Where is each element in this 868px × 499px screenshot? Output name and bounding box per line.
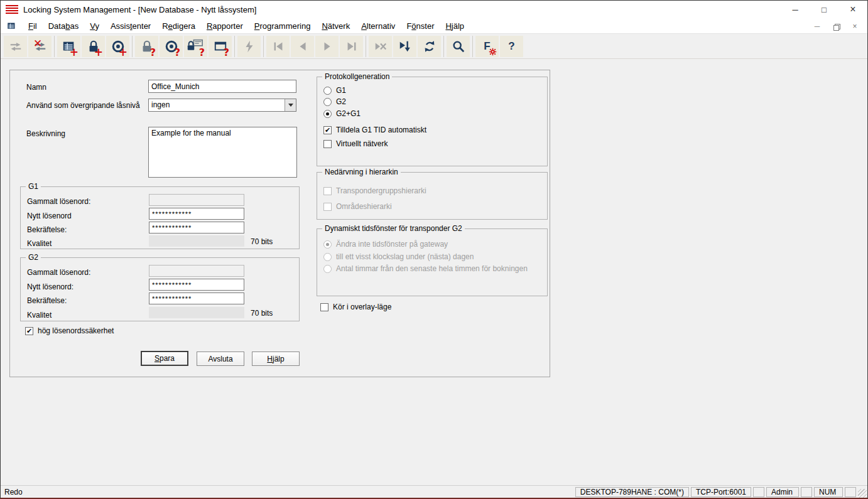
status-empty-2 [801,487,812,497]
mdi-document-icon [6,21,18,31]
assign-g1-tid-checkbox[interactable]: ✔Tilldela G1 TID automatiskt [323,126,426,134]
workspace: Namn Använd som övergripande låsnivå ing… [1,59,867,487]
restore-icon [833,24,839,30]
menu-assistenter[interactable]: Assistenter [105,19,156,33]
overarching-level-value: ingen [149,99,285,111]
minimize-button[interactable]: ─ [781,1,810,18]
menu-hjalp[interactable]: Hjälp [440,19,470,33]
status-tcp-port: TCP-Port:6001 [691,487,751,497]
last-record-button[interactable] [340,36,363,57]
radio-icon [323,110,332,118]
g1-confirm-input[interactable] [149,222,244,233]
menu-vy[interactable]: Vy [84,19,105,33]
menu-databas[interactable]: Databas [43,19,84,33]
menu-fil[interactable]: Fil [23,19,43,33]
quit-button[interactable]: Avsluta [197,351,244,366]
g2-quality-bar [149,307,244,318]
name-input[interactable] [148,80,296,93]
g2-old-password-label: Gammalt lösenord: [27,268,90,277]
menu-natverk[interactable]: Nätverk [316,19,355,33]
radio-icon [323,253,332,261]
checkmark-icon: ✔ [25,327,33,335]
goto-record-button[interactable] [393,36,416,57]
new-transponder-button[interactable]: + [106,36,129,57]
help-button[interactable]: ? [500,36,523,57]
app-logo-icon [6,5,18,14]
new-locking-system-button[interactable]: + [57,36,80,57]
menu-programmering[interactable]: Programmering [249,19,317,33]
g2-quality-label: Kvalitet [27,311,52,319]
filter-settings-button[interactable]: F [475,36,499,57]
menu-alternativ[interactable]: Alternativ [355,19,401,33]
virtual-network-checkbox[interactable]: Virtuellt nätverk [323,139,388,148]
protocol-g2g1-radio[interactable]: G2+G1 [323,109,361,118]
search-button[interactable] [447,36,470,57]
help-dialog-button[interactable]: Hjälp [252,351,300,366]
remove-record-button[interactable] [369,36,392,57]
title-bar: Locking System Management - [New Databas… [1,1,867,18]
radio-icon [323,240,332,249]
new-lock-button[interactable]: + [82,36,105,57]
menu-redigera[interactable]: Redigera [156,19,201,33]
g2-group: G2 Gammalt lösenord: Nytt lösenord: Bekr… [20,257,300,321]
maximize-button[interactable]: □ [810,1,838,18]
menu-fonster[interactable]: Fönster [401,19,440,33]
mdi-minimize-button[interactable]: ─ [811,21,823,31]
first-record-button[interactable] [266,36,290,57]
transponder-group-hierarchy-checkbox: Transpondergruppshierarki [323,186,426,195]
window-title: Locking System Management - [New Databas… [23,5,256,14]
logout-x-icon: ✕ [33,38,42,49]
g1-old-password-input [149,194,244,206]
resize-grip[interactable] [858,489,867,498]
dynamic-time-window-group: Dynamiskt tidsfönster för transponder G2… [317,228,548,296]
g1-confirm-label: Bekräftelse: [27,225,67,234]
read-transponder-button[interactable]: ? [160,36,183,57]
dyn-hours-radio: Antal timmar från den senaste hela timme… [323,264,528,273]
checkbox-icon [320,303,328,311]
close-button[interactable]: × [838,1,867,18]
overarching-level-label: Använd som övergripande låsnivå [26,101,140,110]
overarching-level-select[interactable]: ingen [148,99,296,112]
app-window: Locking System Management - [New Databas… [0,0,868,499]
checkbox-icon [323,203,332,211]
dyn-no-change-radio: Ändra inte tidsfönster på gateway [323,240,448,249]
description-label: Beskrivning [26,129,65,138]
read-network-button[interactable]: ? [209,36,232,57]
status-num-lock: NUM [814,487,843,497]
g1-new-password-input[interactable] [149,208,244,220]
g2-new-password-input[interactable] [149,279,244,291]
menu-rapporter[interactable]: Rapporter [201,19,249,33]
status-bar: Redo DESKTOP-789HANE : COM(*) TCP-Port:6… [1,485,867,498]
overlay-mode-checkbox[interactable]: Kör i overlay-läge [320,303,391,311]
g2-old-password-input [149,265,244,277]
status-empty-1 [753,487,764,497]
database-logout-button[interactable]: ✕ [28,36,52,57]
previous-record-button[interactable] [291,36,314,57]
protocol-g1-radio[interactable]: G1 [323,86,346,95]
g1-group: G1 Gammalt lösenord: Nytt lösenord Bekrä… [20,186,300,249]
checkbox-icon [323,187,332,195]
next-record-button[interactable] [315,36,339,57]
g2-new-password-label: Nytt lösenord: [27,282,73,291]
save-button[interactable]: Spara [141,351,188,366]
mdi-close-button[interactable]: × [849,21,861,31]
high-password-security-checkbox[interactable]: ✔ hög lösenordssäkerhet [25,326,114,335]
read-g1-lock-button[interactable]: ? [184,36,207,57]
g1-quality-label: Kvalitet [27,239,52,248]
database-login-button[interactable] [4,36,27,57]
protocol-g2-radio[interactable]: G2 [323,97,346,106]
mdi-restore-button[interactable] [830,21,842,31]
chevron-down-icon[interactable] [285,99,296,111]
refresh-button[interactable] [418,36,441,57]
radio-icon [323,265,332,273]
program-button[interactable] [237,36,261,57]
description-textarea[interactable]: Example for the manual [148,127,297,178]
area-hierarchy-checkbox: Områdeshierarki [323,202,392,211]
radio-icon [323,87,332,95]
read-lock-button[interactable]: ? [135,36,158,57]
g2-confirm-input[interactable] [149,292,244,304]
status-user: Admin [766,487,799,497]
checkbox-icon [323,140,332,148]
g1-quality-bits: 70 bits [251,237,273,246]
g2-confirm-label: Bekräftelse: [27,296,67,305]
